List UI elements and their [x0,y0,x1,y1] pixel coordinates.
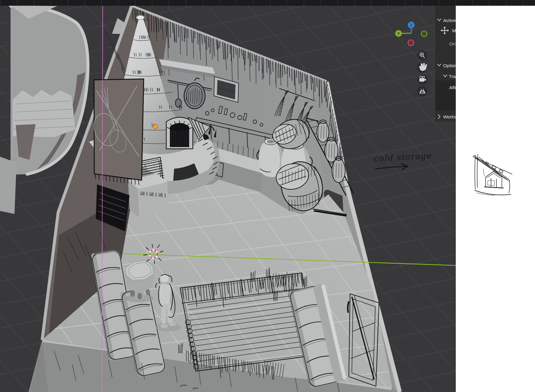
blender-window: cold storage Z Y [0,0,535,392]
viewport-canvas[interactable]: cold storage [0,0,456,392]
gizmo-y-neg-axis[interactable] [421,31,427,37]
gizmo-z-label: Z [410,23,412,27]
wall-board-sketch[interactable] [90,79,144,185]
top-strip [0,0,535,6]
active-tool-label: Active [443,18,456,23]
storage-chest[interactable] [128,174,169,218]
origin-point[interactable] [153,124,158,129]
sidebar-panel: Active M Ori Option Tra Affe Works [435,6,457,121]
transform-label: Tra [449,74,456,79]
pan-button[interactable] [417,62,427,73]
grid-button[interactable] [417,86,427,96]
reference-panel[interactable] [456,6,535,392]
gizmo-y-label: Y [397,31,400,36]
camera-button[interactable] [418,74,428,85]
workspace-label: Works [443,114,456,119]
gizmo-x-neg-axis[interactable] [408,40,414,46]
move-tool-label: M [452,28,456,33]
octagonal-stool[interactable] [125,260,154,302]
zoom-button[interactable] [417,50,427,61]
orientation-label: Ori [449,41,455,46]
options-label: Option [443,63,457,68]
